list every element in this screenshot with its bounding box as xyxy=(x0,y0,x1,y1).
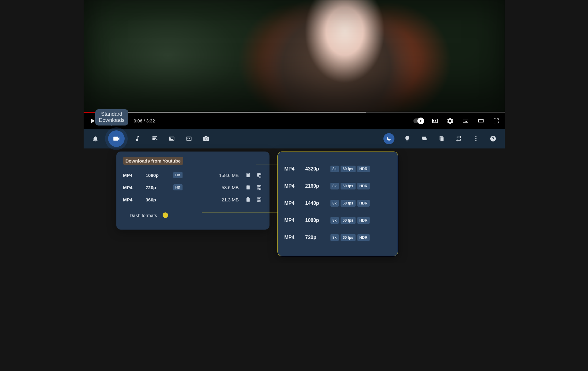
badge-hdr: HDR xyxy=(357,234,370,241)
qr-icon[interactable] xyxy=(255,172,263,178)
badge-8k: 8k xyxy=(330,234,339,241)
qr-icon[interactable] xyxy=(255,197,263,202)
time-separator: / xyxy=(142,118,146,123)
dash-formats-link[interactable]: Dash formats xyxy=(123,212,263,218)
badge-hdr: HDR xyxy=(357,166,370,172)
bell-icon[interactable] xyxy=(91,134,100,143)
hd-badge: HD xyxy=(173,184,183,190)
dash-row[interactable]: MP4 1080p 8k 60 fps HDR xyxy=(285,212,391,229)
row-resolution: 1080p xyxy=(305,218,325,223)
app-stage: 0:06 / 3:32 Standard Downloads xyxy=(84,0,505,263)
time-current: 0:06 xyxy=(134,118,142,123)
badge-8k: 8k xyxy=(330,166,339,172)
download-row[interactable]: MP4 720p HD 58.6 MB xyxy=(123,181,263,193)
row-resolution: 1440p xyxy=(305,200,325,206)
clipboard-icon[interactable] xyxy=(244,172,252,178)
badge-fps: 60 fps xyxy=(341,166,356,172)
miniplayer-icon[interactable] xyxy=(461,117,470,125)
image-icon[interactable] xyxy=(168,134,176,143)
music-note-icon[interactable] xyxy=(133,134,142,143)
row-format: MP4 xyxy=(285,200,300,206)
qr-icon[interactable] xyxy=(255,185,263,190)
repeat-icon[interactable] xyxy=(454,134,463,143)
clipboard-icon[interactable] xyxy=(244,185,252,190)
row-size: 58.6 MB xyxy=(190,185,239,190)
dark-mode-button[interactable] xyxy=(383,133,394,144)
row-format: MP4 xyxy=(285,235,300,240)
player-time: 0:06 / 3:32 xyxy=(134,118,155,123)
badge-8k: 8k xyxy=(330,217,339,224)
help-icon[interactable] xyxy=(489,134,497,143)
hd-badge: HD xyxy=(173,172,183,178)
row-format: MP4 xyxy=(285,183,300,189)
row-size: 158.6 MB xyxy=(190,173,239,178)
extension-toolbar xyxy=(84,129,505,148)
dash-row[interactable]: MP4 720p 8k 60 fps HDR xyxy=(285,229,391,246)
row-resolution: 360p xyxy=(146,197,170,202)
row-resolution: 4320p xyxy=(305,166,325,172)
autoplay-toggle[interactable] xyxy=(413,118,424,123)
popup-icon[interactable] xyxy=(420,134,429,143)
row-badges: 8k 60 fps HDR xyxy=(330,200,370,207)
badge-hdr: HDR xyxy=(357,183,370,189)
dash-formats-panel: MP4 4320p 8k 60 fps HDR MP4 2160p 8k 60 … xyxy=(277,152,398,256)
lightbulb-icon[interactable] xyxy=(403,134,412,143)
badge-hdr: HDR xyxy=(357,217,370,224)
row-size: 21.3 MB xyxy=(190,197,239,202)
badge-fps: 60 fps xyxy=(341,217,356,224)
dash-row[interactable]: MP4 1440p 8k 60 fps HDR xyxy=(285,195,391,212)
row-resolution: 1080p xyxy=(146,173,170,178)
badge-fps: 60 fps xyxy=(341,200,356,207)
video-area[interactable] xyxy=(84,0,505,112)
settings-gear-icon[interactable] xyxy=(446,117,454,125)
copy-icon[interactable] xyxy=(437,134,446,143)
tooltip-line2: Downloads xyxy=(99,117,125,123)
playlist-icon[interactable] xyxy=(150,134,159,143)
row-badges: 8k 60 fps HDR xyxy=(330,166,370,172)
video-vignette xyxy=(84,0,505,112)
standard-downloads-tooltip: Standard Downloads xyxy=(95,109,128,126)
camera-icon[interactable] xyxy=(202,134,210,143)
badge-fps: 60 fps xyxy=(341,183,356,189)
theater-mode-icon[interactable] xyxy=(477,117,485,125)
row-format: MP4 xyxy=(123,197,142,202)
time-total: 3:32 xyxy=(146,118,155,123)
badge-hdr: HDR xyxy=(357,200,370,207)
row-format: MP4 xyxy=(123,173,142,178)
dash-row[interactable]: MP4 2160p 8k 60 fps HDR xyxy=(285,178,391,195)
dash-indicator-dot xyxy=(163,212,168,218)
fullscreen-icon[interactable] xyxy=(492,117,500,125)
row-format: MP4 xyxy=(285,218,300,223)
row-badges: 8k 60 fps HDR xyxy=(330,217,370,224)
badge-8k: 8k xyxy=(330,183,339,189)
download-video-button[interactable] xyxy=(108,130,125,147)
subtitles-icon[interactable] xyxy=(185,134,193,143)
row-badges: 8k 60 fps HDR xyxy=(330,183,370,189)
panel-header: Downloads from Youtube xyxy=(123,157,183,165)
download-row[interactable]: MP4 1080p HD 158.6 MB xyxy=(123,169,263,181)
tooltip-line1: Standard xyxy=(99,111,125,117)
standard-rows: MP4 1080p HD 158.6 MB MP4 720p HD 58.6 M… xyxy=(123,169,263,206)
clipboard-icon[interactable] xyxy=(244,197,252,202)
row-badges: 8k 60 fps HDR xyxy=(330,234,370,241)
row-resolution: 720p xyxy=(146,185,170,190)
player-controls: 0:06 / 3:32 xyxy=(84,113,505,129)
badge-8k: 8k xyxy=(330,200,339,207)
standard-downloads-panel: Downloads from Youtube MP4 1080p HD 158.… xyxy=(116,152,270,230)
download-row[interactable]: MP4 360p 21.3 MB xyxy=(123,193,263,206)
badge-fps: 60 fps xyxy=(341,234,356,241)
row-resolution: 2160p xyxy=(305,183,325,189)
dash-row[interactable]: MP4 4320p 8k 60 fps HDR xyxy=(285,160,391,178)
dash-label: Dash formats xyxy=(130,213,157,218)
row-resolution: 720p xyxy=(305,235,325,240)
more-vertical-icon[interactable] xyxy=(472,134,480,143)
captions-icon[interactable] xyxy=(431,117,439,125)
row-format: MP4 xyxy=(285,166,300,172)
row-format: MP4 xyxy=(123,185,142,190)
